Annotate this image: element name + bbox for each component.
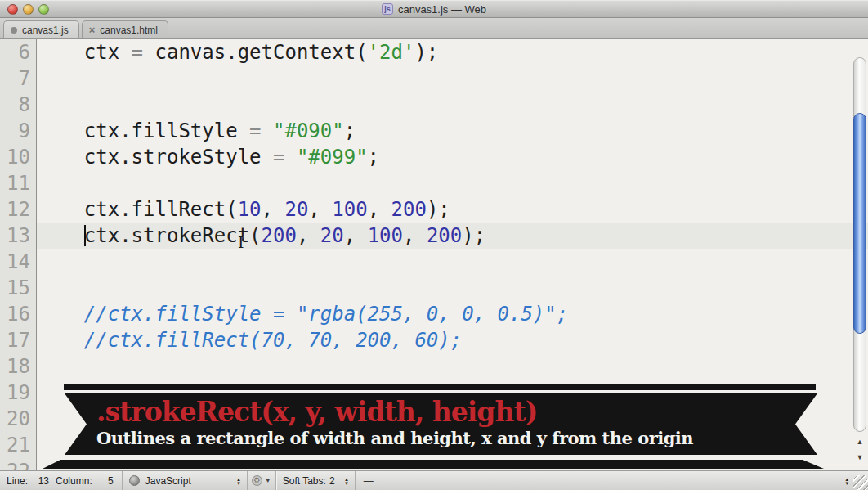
window-controls <box>7 4 49 15</box>
line-number: 13 <box>0 223 30 249</box>
code-line-9[interactable]: ctx.fillStyle = "#090"; <box>37 118 868 144</box>
tab-bar: canvas1.js × canvas1.html <box>0 18 868 39</box>
tab-canvas1-html[interactable]: × canvas1.html <box>82 20 168 38</box>
code-line-6[interactable]: ctx = canvas.getContext('2d'); <box>37 39 868 65</box>
line-number: 19 <box>0 380 30 406</box>
unsaved-dot-icon <box>11 27 17 34</box>
editor-window: js canvas1.js — Web canvas1.js × canvas1… <box>0 0 868 490</box>
overflow-dash: — <box>356 475 382 487</box>
line-number: 15 <box>0 275 30 301</box>
line-number: 6 <box>0 39 30 65</box>
title-bar[interactable]: js canvas1.js — Web <box>0 0 868 18</box>
line-number: 12 <box>0 196 30 223</box>
column-label: Column: <box>56 475 92 487</box>
statusbar-right: ▴▾ <box>845 471 848 490</box>
line-number: 17 <box>0 327 30 353</box>
code-line-17[interactable]: //ctx.fillRect(70, 70, 200, 60); <box>37 327 868 353</box>
line-number: 22 <box>0 458 30 470</box>
banner-title: .strokeRect(x, y, width, height) <box>96 398 817 427</box>
code-line-14[interactable] <box>37 249 868 275</box>
code-line-13[interactable]: ctx.strokeRect(200, 20, 100, 200); <box>37 223 868 249</box>
line-number: 14 <box>0 249 30 275</box>
line-label: Line: <box>7 475 28 487</box>
scroll-down-icon[interactable]: ▼ <box>857 454 864 461</box>
chevron-down-icon: ▼ <box>265 477 271 484</box>
line-number: 18 <box>0 353 30 380</box>
soft-tabs-value: 2 <box>329 475 335 487</box>
code-line-12[interactable]: ctx.fillRect(10, 20, 100, 200); <box>37 196 868 223</box>
code-line-7[interactable] <box>37 65 868 92</box>
window-resize-grip[interactable] <box>853 475 868 490</box>
language-mode-icon <box>129 475 140 486</box>
mouse-cursor-ibeam-icon: I <box>238 233 248 251</box>
scrollbar-buttons: ▲ ▼ <box>853 437 866 463</box>
vertical-scrollbar-thumb[interactable] <box>853 113 866 334</box>
line-number: 21 <box>0 432 30 458</box>
line-number: 10 <box>0 144 30 170</box>
language-stepper[interactable]: ▴▾ <box>237 477 240 485</box>
soft-tabs-label: Soft Tabs: <box>283 475 326 487</box>
window-title-group: js canvas1.js — Web <box>382 3 486 16</box>
gear-icon: ⚙ <box>252 475 262 486</box>
line-number: 7 <box>0 65 30 92</box>
js-file-icon: js <box>382 3 393 15</box>
tutorial-banner: .strokeRect(x, y, width, height) Outline… <box>65 393 817 455</box>
status-bar: Line: 13 Column: 5 JavaScript ▴▾ ⚙ ▼ Sof… <box>0 470 868 490</box>
window-title: canvas1.js — Web <box>398 3 486 16</box>
actions-menu[interactable]: ⚙ ▼ <box>248 475 275 486</box>
close-window-button[interactable] <box>7 4 18 15</box>
line-number: 8 <box>0 92 30 118</box>
zoom-window-button[interactable] <box>38 4 49 15</box>
editor-main: 678910111213141516171819202122 ctx = can… <box>0 39 868 470</box>
line-number: 20 <box>0 406 30 432</box>
line-number: 16 <box>0 301 30 327</box>
line-number: 11 <box>0 170 30 196</box>
soft-tabs-control[interactable]: Soft Tabs: 2 ▴▾ <box>276 475 355 487</box>
text-caret <box>84 225 86 246</box>
code-line-11[interactable] <box>37 170 868 196</box>
code-line-18[interactable] <box>37 353 868 380</box>
scroll-up-icon[interactable]: ▲ <box>857 438 864 446</box>
language-value: JavaScript <box>145 475 191 487</box>
close-tab-icon[interactable]: × <box>89 25 96 35</box>
banner-subtitle: Outlines a rectangle of width and height… <box>96 428 817 449</box>
code-line-10[interactable]: ctx.strokeStyle = "#099"; <box>37 144 868 170</box>
line-number-gutter: 678910111213141516171819202122 <box>0 39 37 470</box>
code-line-8[interactable] <box>37 92 868 118</box>
line-number: 9 <box>0 118 30 144</box>
code-line-15[interactable] <box>37 275 868 301</box>
tab-label: canvas1.js <box>22 25 69 36</box>
tab-label: canvas1.html <box>100 25 158 36</box>
tab-canvas1-js[interactable]: canvas1.js <box>3 20 79 38</box>
code-line-16[interactable]: //ctx.fillStyle = "rgba(255, 0, 0, 0.5)"… <box>37 301 868 327</box>
line-value: 13 <box>28 475 49 487</box>
minimize-window-button[interactable] <box>23 4 34 15</box>
right-stepper[interactable]: ▴▾ <box>845 477 848 485</box>
column-value: 5 <box>92 475 114 487</box>
banner-bottom-rule <box>43 460 829 469</box>
banner-top-rule <box>64 384 816 390</box>
soft-tabs-stepper[interactable]: ▴▾ <box>345 477 348 485</box>
language-selector[interactable]: JavaScript ▴▾ <box>123 475 247 487</box>
